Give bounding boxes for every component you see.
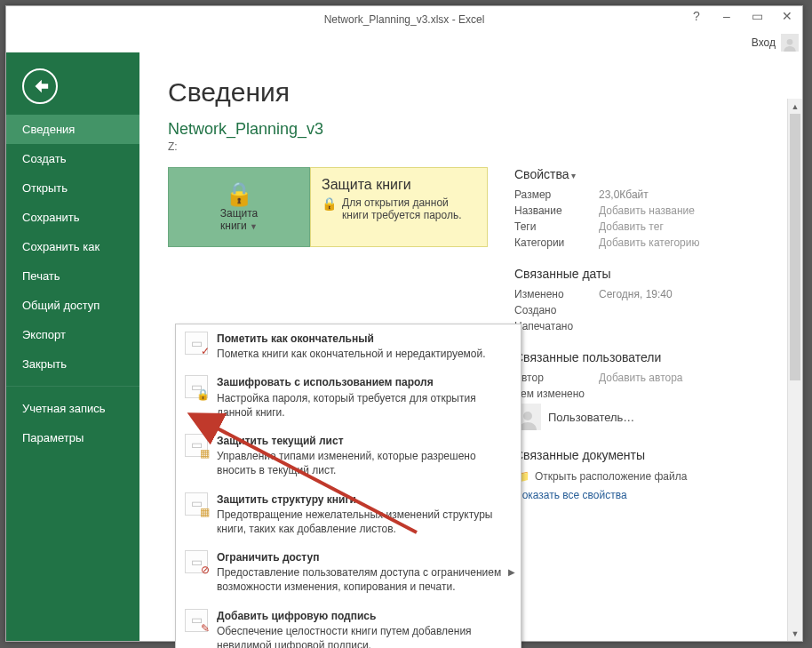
user-value[interactable]: Добавить автора — [599, 372, 683, 384]
user-row: АвторДобавить автора — [514, 372, 763, 384]
back-button[interactable] — [22, 68, 58, 104]
date-key: Изменено — [514, 288, 599, 300]
menu-item-title: Защитить структуру книги — [217, 492, 512, 507]
sidebar-item-2[interactable]: Открыть — [6, 173, 139, 203]
protect-panel-text: Для открытия данной книги требуется паро… — [342, 196, 476, 221]
menu-item-icon: ▭✎ — [185, 609, 208, 632]
property-value[interactable]: Добавить тег — [599, 220, 664, 233]
users-header: Связанные пользователи — [514, 350, 763, 364]
sidebar-item-6[interactable]: Общий доступ — [6, 291, 139, 320]
show-all-properties-link[interactable]: Показать все свойства — [514, 489, 763, 501]
menu-item-desc: Пометка книги как окончательной и нереда… — [217, 348, 486, 360]
property-row: КатегорииДобавить категорию — [514, 236, 763, 249]
user-avatar-icon[interactable] — [781, 34, 799, 52]
menu-item-title: Добавить цифровую подпись — [217, 609, 512, 623]
help-button[interactable]: ? — [681, 6, 712, 26]
sidebar-divider — [6, 386, 139, 387]
related-docs-header: Связанные документы — [514, 448, 763, 462]
file-path: Z: — [168, 140, 784, 153]
protect-workbook-button[interactable]: 🔒 Защита книги ▼ — [168, 167, 310, 247]
sidebar-item2-0[interactable]: Учетная запись — [6, 394, 139, 423]
last-modified-by-name: Пользователь… — [548, 411, 634, 424]
menu-item-title: Ограничить доступ — [217, 550, 512, 564]
excel-backstage-window: Network_Planning_v3.xlsx - Excel ? – ▭ ✕… — [5, 5, 803, 642]
property-value[interactable]: Добавить название — [599, 204, 695, 217]
minimize-button[interactable]: – — [712, 6, 742, 26]
file-name: Network_Planning_v3 — [168, 120, 784, 139]
last-modified-by-row: Пользователь… — [514, 404, 763, 430]
protect-panel-title: Защита книги — [322, 177, 476, 193]
property-key: Размер — [514, 188, 599, 201]
backstage-sidebar: СведенияСоздатьОткрытьСохранитьСохранить… — [6, 52, 139, 641]
menu-item-title: Зашифровать с использованием пароля — [217, 375, 512, 389]
user-key: Автор — [514, 372, 599, 384]
date-value: Сегодня, 19:40 — [599, 288, 673, 300]
titlebar: Network_Planning_v3.xlsx - Excel ? – ▭ ✕ — [6, 6, 802, 33]
property-row: ТегиДобавить тег — [514, 220, 763, 233]
menu-item-title: Пометить как окончательный — [217, 332, 486, 346]
scroll-up-icon[interactable]: ▲ — [788, 99, 802, 114]
svg-point-0 — [787, 39, 793, 45]
menu-item-icon: ▭⊘ — [185, 550, 208, 573]
date-key: Напечатано — [514, 320, 599, 332]
sidebar-item-5[interactable]: Печать — [6, 261, 139, 291]
menu-item-title: Защитить текущий лист — [217, 434, 512, 448]
sidebar-item-4[interactable]: Сохранить как — [6, 232, 139, 261]
close-button[interactable]: ✕ — [772, 6, 802, 26]
properties-pane: Свойства Размер23,0КбайтНазваниеДобавить… — [514, 167, 763, 519]
scroll-down-icon[interactable]: ▼ — [788, 626, 802, 641]
sidebar-item-1[interactable]: Создать — [6, 144, 139, 173]
sidebar-item-8[interactable]: Закрыть — [6, 349, 139, 379]
lock-small-icon: 🔒 — [322, 196, 337, 212]
open-file-location[interactable]: 📁 Открыть расположение файла — [514, 469, 763, 484]
user-key: Кем изменено — [514, 388, 599, 400]
property-key: Категории — [514, 236, 599, 249]
date-row: Создано — [514, 304, 763, 316]
user-row: Кем изменено — [514, 388, 763, 400]
menu-item-desc: Управление типами изменений, которые раз… — [217, 450, 476, 476]
protect-menu-item-4[interactable]: ▭⊘Ограничить доступПредоставление пользо… — [176, 543, 521, 602]
menu-item-desc: Обеспечение целостности книги путем доба… — [217, 625, 472, 648]
signin-row: Вход — [6, 33, 802, 52]
menu-item-icon: ▭▦ — [185, 492, 208, 516]
property-row: Размер23,0Кбайт — [514, 188, 763, 201]
menu-item-icon: ▭🔒 — [185, 375, 208, 398]
date-key: Создано — [514, 304, 599, 316]
signin-link[interactable]: Вход — [752, 36, 776, 49]
property-row: НазваниеДобавить название — [514, 204, 763, 217]
property-value[interactable]: Добавить категорию — [599, 236, 700, 249]
sidebar-item2-1[interactable]: Параметры — [6, 423, 139, 452]
sidebar-item-3[interactable]: Сохранить — [6, 203, 139, 232]
page-title: Сведения — [168, 77, 784, 108]
protect-menu-item-3[interactable]: ▭▦Защитить структуру книгиПредотвращение… — [176, 485, 521, 544]
dates-header: Связанные даты — [514, 267, 763, 281]
date-row: Напечатано — [514, 320, 763, 332]
protect-menu-item-0[interactable]: ▭✓Пометить как окончательныйПометка книг… — [176, 324, 521, 368]
scroll-thumb[interactable] — [790, 114, 800, 380]
menu-item-desc: Предотвращение нежелательных изменений с… — [217, 508, 492, 535]
chevron-right-icon: ▶ — [508, 566, 515, 579]
protect-info-panel: Защита книги 🔒 Для открытия данной книги… — [310, 167, 488, 247]
protect-menu-item-5[interactable]: ▭✎Добавить цифровую подписьОбеспечение ц… — [176, 602, 521, 648]
properties-header[interactable]: Свойства — [514, 167, 763, 181]
protect-menu-item-1[interactable]: ▭🔒Зашифровать с использованием пароляНас… — [176, 368, 521, 427]
sidebar-item-7[interactable]: Экспорт — [6, 320, 139, 349]
date-row: ИзмененоСегодня, 19:40 — [514, 288, 763, 300]
property-value: 23,0Кбайт — [599, 188, 649, 201]
menu-item-desc: Настройка пароля, который требуется для … — [217, 392, 476, 419]
protect-menu-item-2[interactable]: ▭▦Защитить текущий листУправление типами… — [176, 427, 521, 485]
property-key: Название — [514, 204, 599, 217]
arrow-left-icon — [30, 76, 50, 96]
menu-item-desc: Предоставление пользователям доступа с о… — [217, 566, 501, 593]
sidebar-item-0[interactable]: Сведения — [6, 115, 139, 144]
property-key: Теги — [514, 220, 599, 233]
menu-item-icon: ▭▦ — [185, 434, 208, 457]
svg-point-1 — [523, 412, 532, 420]
menu-item-icon: ▭✓ — [185, 332, 208, 355]
lock-icon: 🔒 — [225, 182, 253, 205]
chevron-down-icon: ▼ — [250, 222, 258, 231]
restore-button[interactable]: ▭ — [742, 6, 772, 26]
protect-workbook-menu: ▭✓Пометить как окончательныйПометка книг… — [175, 324, 521, 648]
vertical-scrollbar[interactable]: ▲ ▼ — [787, 99, 802, 641]
